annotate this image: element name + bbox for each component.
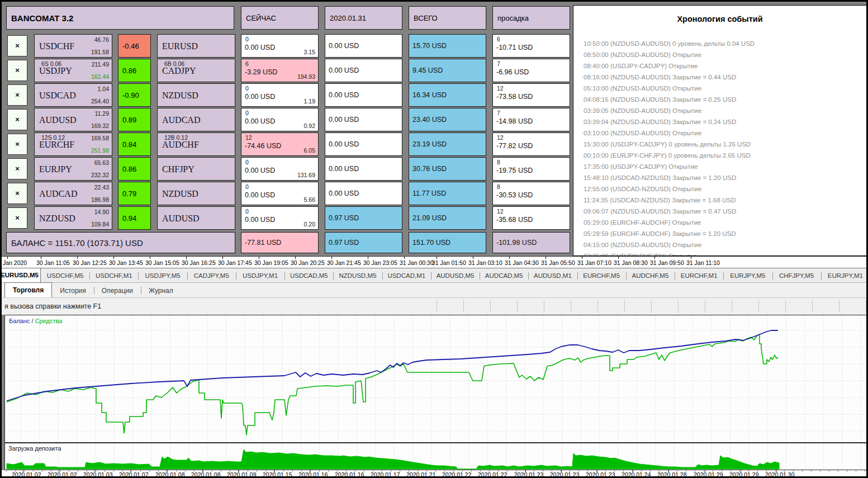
- date-axis-tick: [194, 470, 195, 472]
- chart-tab[interactable]: EURJPY,M5: [723, 269, 772, 282]
- current-pnl-value: 0.00 USD: [245, 191, 275, 199]
- correlation-signal-cell: -0.90: [118, 83, 151, 107]
- drawdown-value: -73.58 USD: [496, 93, 533, 101]
- pair1-bottom-value: 191.58: [91, 49, 109, 55]
- day-pnl-cell: 0.00 USD: [325, 108, 402, 131]
- date-axis-tick: [757, 470, 758, 472]
- column-header-drawdown: просадка: [492, 6, 570, 30]
- event-line: 08:40:00 (USDJPY-CADJPY) Открытие: [573, 60, 866, 72]
- date-axis-tick: [274, 470, 275, 472]
- ruler-tick: [490, 300, 491, 313]
- balance-current-cell: -77.81 USD: [241, 232, 319, 253]
- chart-tab[interactable]: EURJPY,M1: [821, 269, 868, 282]
- balance-day-value: 0.97 USD: [329, 239, 359, 247]
- date-axis-label: 2020.01.02: [12, 471, 41, 478]
- total-pnl-value: 15.70 USD: [412, 42, 447, 50]
- day-pnl-cell: 0.00 USD: [325, 34, 402, 58]
- event-log-title: Хронология событий: [573, 15, 866, 23]
- pair1-cell: 12S 0.12 169.58 EURCHF 251.98: [34, 132, 112, 156]
- chart-tab[interactable]: CHFJPY,M5: [772, 269, 821, 282]
- drawdown-value: -77.82 USD: [496, 142, 533, 150]
- current-trades-count: 0: [245, 183, 249, 190]
- close-row-button[interactable]: ×: [7, 35, 27, 56]
- close-row-button[interactable]: ×: [7, 183, 27, 204]
- pair1-top-value: 11.29: [95, 110, 110, 117]
- time-axis-label: 30 Jan 16:25: [182, 259, 216, 266]
- chart-tab[interactable]: USDCHF,M5: [41, 269, 89, 282]
- date-axis-tick: [337, 470, 338, 472]
- status-bar: я вызова справки нажмите F1: [2, 298, 868, 315]
- pair1-symbol: USDCAD: [39, 91, 76, 101]
- date-axis-tick: [373, 470, 373, 472]
- chart-tab[interactable]: AUDUSD,M1: [528, 269, 577, 282]
- date-axis-tick: [69, 470, 69, 472]
- date-axis: 2020.01.022020.01.022020.01.032020.01.07…: [2, 470, 868, 477]
- correlation-value: 0.89: [122, 116, 136, 124]
- time-axis-label: 30 Jan 12:25: [73, 259, 107, 266]
- pair2-symbol: AUDCHF: [162, 140, 199, 150]
- date-axis-tick: [87, 470, 87, 472]
- chart-tab[interactable]: AUDCHF,M5: [626, 269, 675, 282]
- date-axis-label: 2020.01.22: [478, 471, 507, 478]
- current-pnl-cell: 0 0.00 USD 0.20: [241, 206, 319, 230]
- current-pnl-value: 0.00 USD: [245, 93, 275, 101]
- event-line: 12:55:00 (USDCAD-NZDUSD) Открытие: [573, 183, 866, 195]
- date-axis-tick: [489, 470, 490, 472]
- pair1-top-value: 46.76: [94, 36, 109, 43]
- date-axis-tick: [122, 470, 123, 472]
- terminal-tab[interactable]: Торговля: [4, 282, 52, 297]
- date-axis-tick: [731, 470, 731, 472]
- legend-equity: Средства: [35, 318, 63, 324]
- date-axis-label: 2020.01.22: [442, 471, 472, 478]
- date-axis-tick: [301, 470, 302, 472]
- date-axis-tick: [24, 470, 25, 472]
- close-row-button[interactable]: ×: [7, 60, 27, 81]
- chart-tab[interactable]: EURUSD,M5: [0, 268, 41, 282]
- chart-tab[interactable]: CADJPY,M5: [187, 269, 236, 282]
- drawdown-value: -10.71 USD: [496, 44, 533, 51]
- chart-tab[interactable]: USDJPY,M1: [236, 269, 284, 282]
- current-pnl-value: 0.00 USD: [245, 167, 275, 174]
- balance-equity-chart: Баланс / Средства: [4, 315, 867, 443]
- close-row-button[interactable]: ×: [7, 134, 27, 155]
- chart-tab[interactable]: USDJPY,M5: [138, 269, 187, 282]
- chart-tab[interactable]: AUDCAD,M5: [480, 269, 528, 282]
- close-row-button[interactable]: ×: [7, 158, 27, 179]
- date-axis-label: 2020.01.23: [586, 471, 615, 478]
- current-pnl-cell: 0 0.00 USD 5.66: [241, 182, 319, 205]
- drawdown-count: 6: [497, 36, 500, 42]
- current-sub-value: 5.66: [304, 196, 315, 203]
- close-row-button[interactable]: ×: [7, 109, 27, 130]
- correlation-signal-cell: 0.84: [118, 132, 151, 156]
- terminal-tab[interactable]: История: [52, 284, 94, 297]
- date-axis-tick: [444, 470, 445, 472]
- current-pnl-cell: 0 0.00 USD 131.69: [241, 157, 319, 181]
- table-row: × 14.90 NZDUSD 109.84 0.94 AUDUSD 0 0.00…: [2, 206, 572, 230]
- chart-tab[interactable]: EURCHF,M1: [675, 269, 723, 282]
- chart-tab[interactable]: USDCHF,M1: [89, 269, 138, 282]
- chart-tab[interactable]: EURCHF,M5: [577, 269, 626, 282]
- event-line: 10:50:00 (NZDUSD-AUDUSD) 0 уровень дельт…: [573, 38, 866, 49]
- chart-tab[interactable]: USDCAD,M5: [284, 269, 333, 282]
- close-row-button[interactable]: ×: [7, 207, 27, 229]
- date-axis-tick: [820, 470, 820, 472]
- pair2-cell: NZDUSD: [157, 182, 235, 205]
- date-axis-tick: [265, 470, 266, 472]
- current-pnl-cell: 0 0.00 USD 3.15: [241, 34, 319, 58]
- current-trades-count: 0: [245, 110, 249, 116]
- close-row-button[interactable]: ×: [7, 84, 27, 106]
- date-axis-tick: [6, 470, 7, 472]
- table-row: × 22.43 AUDCAD 186.98 0.79 NZDUSD 0 0.00…: [2, 182, 572, 205]
- chart-tab[interactable]: NZDUSD,M5: [333, 269, 382, 282]
- date-axis-tick: [865, 470, 865, 472]
- chart-tab[interactable]: USDCAD,M1: [382, 269, 431, 282]
- date-axis-tick: [418, 470, 418, 472]
- date-axis-tick: [605, 470, 606, 472]
- terminal-tab[interactable]: Операции: [94, 284, 141, 297]
- date-axis-tick: [400, 470, 400, 472]
- chart-tab[interactable]: AUDUSD,M5: [431, 269, 480, 282]
- drawdown-value: -35.68 USD: [496, 216, 533, 224]
- date-axis-tick: [257, 470, 257, 472]
- date-axis-tick: [15, 470, 16, 472]
- terminal-tab[interactable]: Журнал: [141, 284, 181, 297]
